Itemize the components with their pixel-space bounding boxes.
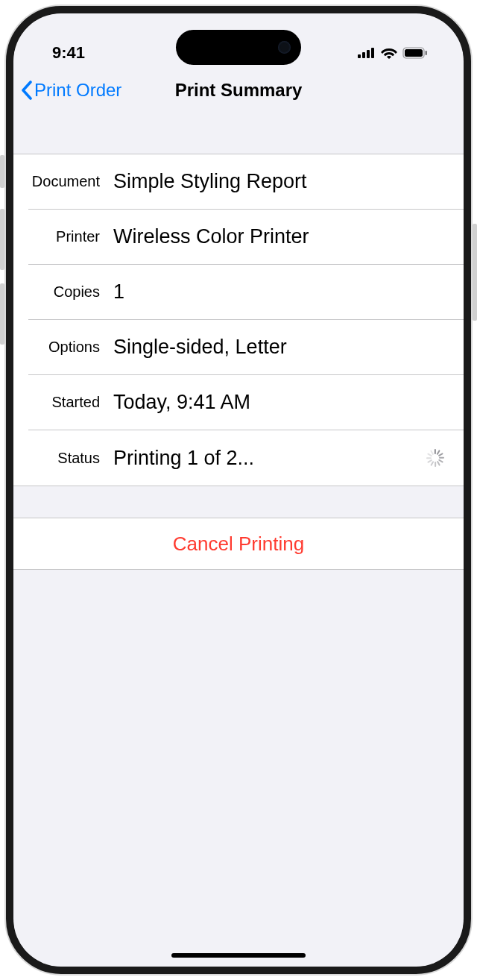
side-button[interactable] [473, 224, 477, 321]
svg-rect-2 [367, 50, 370, 58]
volume-up-button[interactable] [0, 209, 4, 270]
row-label: Started [28, 394, 113, 411]
row-value: Today, 9:41 AM [113, 391, 449, 414]
home-indicator[interactable] [171, 953, 306, 958]
svg-rect-1 [362, 52, 365, 58]
cancel-group: Cancel Printing [13, 518, 464, 570]
row-label: Document [28, 173, 113, 190]
row-status: Status Printing 1 of 2... [28, 430, 464, 486]
svg-rect-5 [405, 49, 423, 57]
row-value: Wireless Color Printer [113, 225, 449, 248]
silence-switch[interactable] [0, 155, 4, 188]
screen: 9:41 Print Order Print Summary Document … [13, 13, 464, 967]
front-camera-icon [278, 41, 291, 54]
volume-down-button[interactable] [0, 283, 4, 345]
row-value: 1 [113, 280, 449, 304]
activity-spinner-icon [426, 449, 444, 467]
device-frame: 9:41 Print Order Print Summary Document … [6, 6, 471, 974]
row-started: Started Today, 9:41 AM [28, 375, 464, 430]
row-options: Options Single-sided, Letter [28, 320, 464, 375]
row-label: Options [28, 339, 113, 356]
row-value: Simple Styling Report [113, 170, 449, 193]
row-value: Single-sided, Letter [113, 336, 449, 359]
page-title: Print Summary [175, 80, 303, 101]
row-copies: Copies 1 [28, 265, 464, 320]
row-label: Printer [28, 228, 113, 245]
status-time: 9:41 [52, 43, 85, 63]
back-button[interactable]: Print Order [21, 80, 121, 101]
print-summary-list: Document Simple Styling Report Printer W… [13, 154, 464, 486]
svg-rect-6 [426, 51, 428, 55]
battery-icon [402, 47, 428, 59]
dynamic-island [176, 30, 301, 65]
row-document: Document Simple Styling Report [28, 154, 464, 210]
navigation-bar: Print Order Print Summary [13, 70, 464, 115]
row-label: Copies [28, 283, 113, 301]
svg-rect-3 [371, 48, 374, 58]
row-label: Status [28, 450, 113, 467]
back-label: Print Order [34, 80, 121, 101]
wifi-icon [381, 47, 397, 59]
cancel-printing-button[interactable]: Cancel Printing [13, 518, 464, 569]
row-printer: Printer Wireless Color Printer [28, 210, 464, 265]
svg-rect-0 [358, 54, 361, 58]
row-value: Printing 1 of 2... [113, 447, 426, 470]
chevron-left-icon [21, 81, 33, 100]
cellular-signal-icon [358, 48, 376, 58]
